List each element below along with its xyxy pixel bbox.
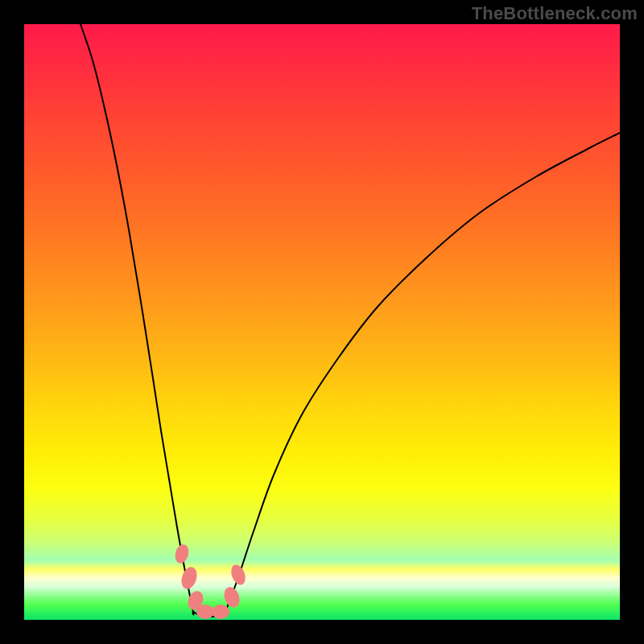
- pink-blob-7: [229, 563, 248, 587]
- pink-blob-4: [196, 605, 214, 619]
- pink-blob-5: [212, 605, 229, 619]
- marker-group: [173, 543, 248, 619]
- watermark-text: TheBottleneck.com: [472, 3, 638, 24]
- chart-container: TheBottleneck.com: [0, 0, 644, 644]
- pink-blob-1: [173, 543, 191, 564]
- plot-area: [24, 24, 620, 620]
- pink-blob-2: [179, 565, 200, 591]
- chart-svg: [24, 24, 620, 620]
- curve-line: [80, 24, 620, 617]
